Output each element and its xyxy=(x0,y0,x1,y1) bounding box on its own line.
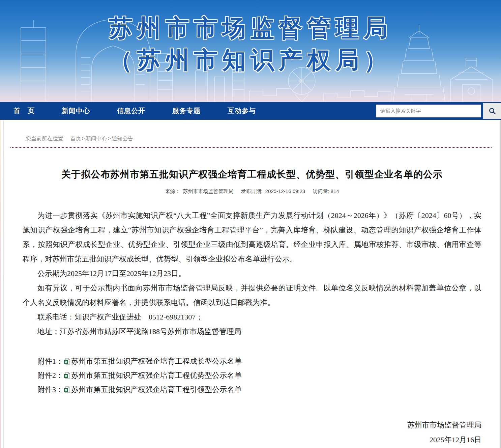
site-title-line1: 苏州市市场监督管理局 xyxy=(0,12,501,44)
attachment-row: 附件3：苏州市第五批知识产权强企培育工程引领型公示名单 xyxy=(23,383,481,397)
attachment-label: 附件2： xyxy=(37,371,63,380)
paragraph: 公示期为2025年12月17日至2025年12月23日。 xyxy=(23,266,481,281)
attachment-link-leading[interactable]: 苏州市第五批知识产权强企培育工程引领型公示名单 xyxy=(71,385,242,394)
excel-file-icon xyxy=(64,372,70,379)
content-frame: 您当前所在位置： 首页>新闻中心>通知公告 关于拟公布苏州市第五批知识产权强企培… xyxy=(3,120,501,448)
breadcrumb-separator: > xyxy=(108,136,111,141)
attachment-label: 附件1： xyxy=(37,357,63,365)
breadcrumb-separator: > xyxy=(82,136,85,141)
paragraph: 为进一步贯彻落实《苏州市实施知识产权“八大工程”全面支撑新质生产力发展行动计划（… xyxy=(23,208,481,266)
signature-org: 苏州市市场监督管理局 xyxy=(23,418,481,432)
paragraph-contact-phone: 联系电话：知识产权产业促进处 0512-69821307； xyxy=(23,310,481,324)
meta-date-label: 发布日期: xyxy=(241,188,263,194)
signature-block: 苏州市市场监督管理局 2025年12月16日 xyxy=(23,418,481,447)
page-edge-strip xyxy=(0,120,1,448)
meta-date: 2025-12-16 09:23 xyxy=(265,188,305,194)
attachment-row: 附件2：苏州市第五批知识产权强企培育工程优势型公示名单 xyxy=(23,368,481,383)
main-nav: 首 页 新闻中心 信息公开 服务专题 互动参与 xyxy=(0,102,501,120)
article-title: 关于拟公布苏州市第五批知识产权强企培育工程成长型、优势型、引领型企业名单的公示 xyxy=(17,168,487,181)
paragraph: 如有异议，可于公示期内书面向苏州市市场监督管理局反映，并提供必要的证明文件。以单… xyxy=(23,281,481,310)
nav-item-home[interactable]: 首 页 xyxy=(13,106,35,115)
header-banner: 苏州市市场监督管理局 （苏州市知识产权局） xyxy=(0,0,501,102)
search-box xyxy=(376,102,501,120)
search-input[interactable] xyxy=(376,105,481,117)
nav-item-info[interactable]: 信息公开 xyxy=(117,106,145,115)
meta-source-label: 来源： xyxy=(165,188,180,194)
breadcrumb-notices[interactable]: 通知公告 xyxy=(112,136,133,141)
site-title: 苏州市市场监督管理局 （苏州市知识产权局） xyxy=(0,0,501,76)
article-meta: 来源：苏州市市场监督管理局 发布日期:2025-12-16 09:23 访问量:… xyxy=(4,188,500,195)
attachment-link-advantage[interactable]: 苏州市第五批知识产权强企培育工程优势型公示名单 xyxy=(71,371,242,380)
nav-item-services[interactable]: 服务专题 xyxy=(172,106,201,115)
signature-date: 2025年12月16日 xyxy=(23,432,481,447)
breadcrumb-news[interactable]: 新闻中心 xyxy=(86,136,107,141)
article-body: 为进一步贯彻落实《苏州市实施知识产权“八大工程”全面支撑新质生产力发展行动计划（… xyxy=(23,208,481,339)
search-button[interactable] xyxy=(483,103,501,119)
attachment-row: 附件1：苏州市第五批知识产权强企培育工程成长型公示名单 xyxy=(23,354,481,368)
meta-source: 苏州市市场监督管理局 xyxy=(183,188,233,194)
nav-item-interact[interactable]: 互动参与 xyxy=(228,106,256,115)
meta-views: 814 xyxy=(331,188,339,194)
attachment-link-growth[interactable]: 苏州市第五批知识产权强企培育工程成长型公示名单 xyxy=(71,357,242,365)
breadcrumb: 您当前所在位置： 首页>新闻中心>通知公告 xyxy=(4,120,500,147)
meta-views-label: 访问量: xyxy=(313,188,329,194)
paragraph-address: 地址：江苏省苏州市姑苏区平泷路188号苏州市市场监督管理局 xyxy=(23,324,481,339)
breadcrumb-home[interactable]: 首页 xyxy=(70,136,81,141)
attachment-label: 附件3： xyxy=(37,385,63,394)
nav-item-news[interactable]: 新闻中心 xyxy=(62,106,90,115)
excel-file-icon xyxy=(64,386,70,393)
site-title-line2: （苏州市知识产权局） xyxy=(0,44,501,76)
attachments-list: 附件1：苏州市第五批知识产权强企培育工程成长型公示名单 附件2：苏州市第五批知识… xyxy=(23,354,481,397)
dotted-divider xyxy=(10,147,492,148)
search-icon xyxy=(488,107,496,115)
breadcrumb-prefix: 您当前所在位置： xyxy=(26,136,69,141)
excel-file-icon xyxy=(64,358,70,365)
